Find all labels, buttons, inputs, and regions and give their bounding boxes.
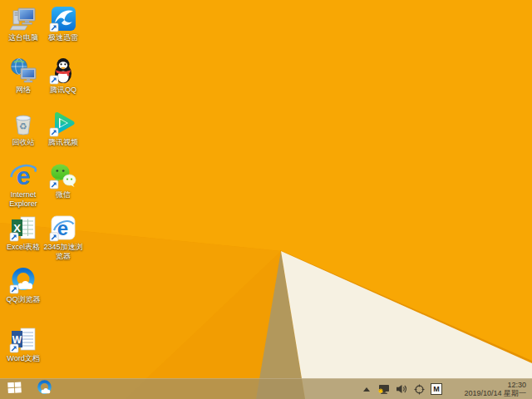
desktop-icon-word[interactable]: W Word文档: [0, 325, 47, 363]
excel-icon: X: [9, 214, 37, 242]
start-button[interactable]: [0, 379, 28, 399]
show-hidden-icons-button[interactable]: [361, 383, 372, 395]
qq-browser-icon: [9, 266, 37, 294]
desktop-icon-label: Word文档: [0, 354, 47, 363]
taskbar: M 12:30 2019/10/14 星期一: [0, 378, 532, 399]
desktop-icon-thunder[interactable]: 极速迅雷: [40, 4, 86, 42]
tencent-video-icon: [49, 109, 77, 137]
desktop-icon-label: 腾讯QQ: [40, 86, 86, 95]
desktop-icon-label: 腾讯视频: [40, 138, 86, 147]
desktop-icon-label: 极速迅雷: [40, 33, 86, 42]
internet-explorer-icon: e: [9, 161, 37, 190]
taskbar-clock[interactable]: 12:30 2019/10/14 星期一: [453, 381, 529, 398]
network-icon: [9, 57, 37, 85]
word-icon: W: [9, 325, 37, 353]
2345-browser-icon: e: [49, 214, 77, 242]
qq-penguin-icon: [49, 57, 77, 85]
desktop-icon-tencent-video[interactable]: 腾讯视频: [40, 109, 86, 147]
thunder-icon: [49, 4, 77, 32]
clock-time: 12:30: [453, 381, 526, 390]
desktop-icon-label: 2345加速浏览器: [42, 243, 85, 261]
svg-text:♻: ♻: [19, 121, 27, 132]
windows-logo-icon: [7, 382, 22, 397]
desktop-icon-label: QQ浏览器: [0, 295, 47, 304]
system-tray: M 12:30 2019/10/14 星期一: [361, 381, 529, 398]
desktop-icon-2345-browser[interactable]: e 2345加速浏览器: [40, 214, 86, 261]
network-tray-icon[interactable]: [378, 383, 390, 395]
desktop-icon-qq[interactable]: 腾讯QQ: [40, 57, 86, 95]
volume-tray-icon[interactable]: [396, 383, 407, 395]
qq-browser-icon: [36, 379, 53, 399]
recycle-bin-icon: ♻: [9, 109, 37, 137]
desktop-icon-label: 微信: [40, 190, 86, 200]
chevron-up-icon: [363, 387, 370, 392]
this-pc-icon: [9, 4, 37, 32]
taskbar-qq-browser-button[interactable]: [30, 379, 58, 399]
ime-indicator[interactable]: M: [431, 383, 442, 395]
desktop-icon-qq-browser[interactable]: QQ浏览器: [0, 266, 47, 304]
clock-date: 2019/10/14 星期一: [453, 389, 526, 398]
desktop-icon-wechat[interactable]: 微信: [40, 161, 86, 200]
wechat-icon: [49, 161, 77, 190]
safety-tray-icon[interactable]: [413, 383, 425, 395]
